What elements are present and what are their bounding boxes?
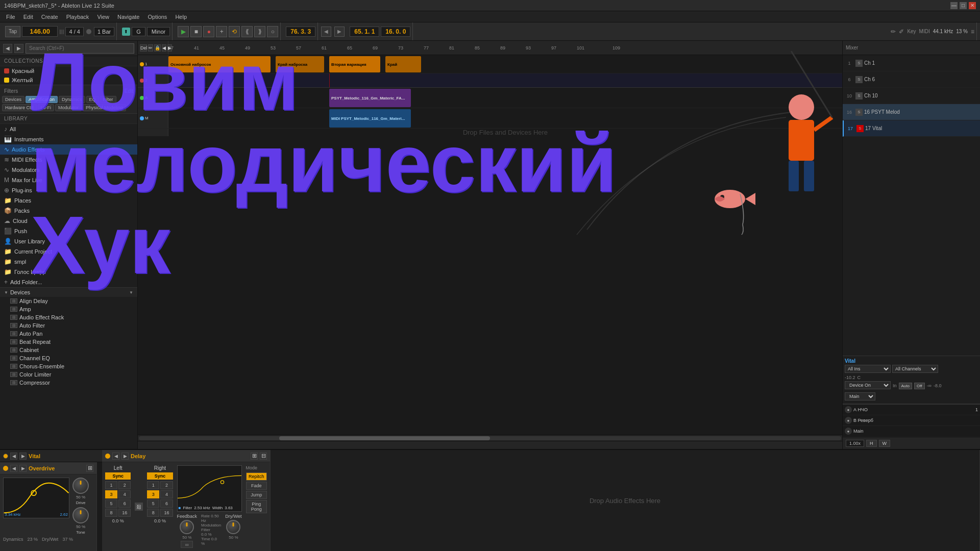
- filter-eq[interactable]: EQ: [86, 96, 99, 103]
- drive-knob[interactable]: [72, 478, 89, 494]
- left-beat-3[interactable]: 3: [105, 490, 117, 498]
- nav-left-icon[interactable]: ◀: [162, 44, 166, 52]
- right-beat-8[interactable]: 8: [147, 509, 159, 517]
- left-beat-2[interactable]: 2: [118, 481, 131, 489]
- play-button[interactable]: ▶: [178, 26, 189, 37]
- right-sync-btn[interactable]: Sync: [147, 472, 173, 480]
- add-button[interactable]: +: [216, 26, 227, 37]
- pencil-icon[interactable]: ✏: [891, 28, 896, 35]
- device-color-limiter[interactable]: ▤ Color Limiter: [0, 370, 137, 379]
- dry-wet-knob[interactable]: [226, 520, 240, 534]
- h-zoom-button[interactable]: H: [866, 440, 877, 447]
- loop-start-display[interactable]: 65. 1. 1: [350, 27, 379, 37]
- close-button[interactable]: ✕: [969, 2, 976, 9]
- delay-expand[interactable]: ▶: [121, 453, 129, 460]
- mode-jump[interactable]: Jump: [246, 491, 267, 499]
- scale-display[interactable]: Minor: [147, 27, 170, 36]
- tap-button[interactable]: Tap: [5, 26, 20, 37]
- delay-fold-btn[interactable]: ⊞: [251, 453, 258, 460]
- left-beat-1[interactable]: 1: [105, 481, 117, 489]
- clip-psyt[interactable]: PSYT_Melodic_116_Gm_Materic_FA...: [329, 89, 411, 107]
- vital-off-button[interactable]: Off: [914, 383, 925, 389]
- device-auto-pan[interactable]: ▤ Auto Pan: [0, 330, 137, 338]
- menu-file[interactable]: File: [2, 13, 19, 21]
- track-content-2[interactable]: [168, 73, 842, 87]
- left-sync-btn[interactable]: Sync: [105, 472, 131, 480]
- device-amp[interactable]: ▤ Amp: [0, 305, 137, 313]
- link-icon[interactable]: ⛓: [135, 503, 143, 511]
- track-content-audio[interactable]: PSYT_Melodic_116_Gm_Materic_FA...: [168, 88, 842, 108]
- del-button[interactable]: Del: [140, 44, 147, 52]
- lib-user-library[interactable]: 👤 User Library: [0, 236, 137, 246]
- lib-push[interactable]: ⬛ Push: [0, 226, 137, 236]
- ret-play-main[interactable]: ●: [845, 428, 852, 435]
- collapse-btn-vital[interactable]: ◀: [10, 453, 17, 460]
- tone-knob[interactable]: [72, 507, 89, 523]
- clip-edge[interactable]: Край наброска: [276, 56, 324, 72]
- right-beat-2[interactable]: 2: [160, 481, 173, 489]
- sidebar-forward-button[interactable]: ▶: [14, 44, 23, 53]
- time-signature[interactable]: 4 / 4: [65, 27, 83, 36]
- device-align-delay[interactable]: ▤ Align Delay: [0, 297, 137, 305]
- left-beat-4[interactable]: 4: [118, 490, 131, 498]
- power-btn-vital[interactable]: [3, 454, 8, 459]
- scroll-thumb[interactable]: [279, 436, 490, 440]
- filter-hardware[interactable]: Hardware Ctrl: [2, 104, 37, 111]
- mode-ping-pong[interactable]: Ping Pong: [246, 500, 267, 513]
- rt-s-17[interactable]: S: [856, 125, 864, 132]
- menu-help[interactable]: Help: [171, 13, 191, 21]
- loop-button[interactable]: ⟲: [229, 26, 240, 37]
- h-scrollbar[interactable]: [138, 435, 842, 441]
- right-beat-6[interactable]: 6: [160, 499, 173, 508]
- right-beat-3[interactable]: 3: [147, 490, 159, 498]
- rt-s-16[interactable]: S: [855, 109, 863, 116]
- metronome-button[interactable]: ○: [267, 26, 278, 37]
- drop-area[interactable]: Drop Audio Effects Here: [271, 450, 980, 551]
- track-content-midi[interactable]: MIDI PSYT_Melodic_116_Gm_Materi...: [168, 108, 842, 128]
- bpm-display[interactable]: 146.00: [22, 26, 58, 37]
- lib-all[interactable]: ♪ All: [0, 124, 137, 134]
- lib-instruments[interactable]: 🎹 Instruments: [0, 134, 137, 144]
- clip-basic[interactable]: Основной набросок: [168, 56, 271, 72]
- draw-icon[interactable]: ✐: [899, 28, 904, 35]
- vital-main-select[interactable]: Main: [845, 392, 875, 400]
- menu-icon[interactable]: ≡: [971, 28, 974, 35]
- clip-variation[interactable]: Вторая вариация: [329, 56, 380, 72]
- menu-create[interactable]: Create: [37, 13, 62, 21]
- left-beat-5[interactable]: 5: [105, 499, 117, 508]
- filter-amplification[interactable]: Amplification: [26, 96, 58, 103]
- left-beat-6[interactable]: 6: [118, 499, 131, 508]
- position-display[interactable]: 76. 3. 3: [286, 27, 315, 37]
- infinity-btn[interactable]: ∞: [181, 541, 193, 548]
- collection-red[interactable]: Красный: [0, 66, 137, 76]
- device-beat-repeat[interactable]: ▤ Beat Repeat: [0, 338, 137, 346]
- lib-audio-effects[interactable]: ∿ Audio Effects: [0, 144, 137, 155]
- vital-device-select[interactable]: Device On: [845, 381, 891, 389]
- key-display[interactable]: G: [132, 27, 145, 36]
- device-cabinet[interactable]: ▤ Cabinet: [0, 346, 137, 354]
- lib-add-folder[interactable]: + Add Folder...: [0, 277, 137, 287]
- punch-in-button[interactable]: ⟪: [241, 26, 253, 37]
- stop-button[interactable]: ■: [190, 26, 202, 37]
- left-beat-16[interactable]: 16: [118, 509, 131, 517]
- left-beat-8[interactable]: 8: [105, 509, 117, 517]
- filter-physical[interactable]: Physical Modeling: [83, 104, 126, 111]
- lib-modulators[interactable]: ∿ Modulators: [0, 165, 137, 175]
- filter-modulator[interactable]: Modulator: [55, 104, 82, 111]
- right-beat-5[interactable]: 5: [147, 499, 159, 508]
- clip-midi-psyt[interactable]: MIDI PSYT_Melodic_116_Gm_Materi...: [329, 109, 411, 128]
- timeline-ruler[interactable]: 37 41 45 49 53 57 61 65 69 73 77 81 85 8…: [168, 41, 842, 55]
- device-audio-effect-rack[interactable]: ▤ Audio Effect Rack: [0, 313, 137, 321]
- lib-golos[interactable]: 📁 Голос Цифр: [0, 267, 137, 277]
- rt-s-10[interactable]: S: [855, 92, 863, 99]
- filter-filter[interactable]: Filter: [100, 96, 116, 103]
- vital-channel-select[interactable]: All Channels: [892, 365, 938, 373]
- loop-end-display[interactable]: 16. 0. 0: [381, 27, 410, 37]
- feedback-knob[interactable]: [180, 520, 194, 534]
- lock-button[interactable]: 🔒: [154, 44, 161, 52]
- rt-s-1[interactable]: S: [855, 60, 863, 67]
- right-beat-16[interactable]: 16: [160, 509, 173, 517]
- menu-options[interactable]: Options: [143, 13, 171, 21]
- delay-resize-btn[interactable]: ⊟: [260, 453, 267, 460]
- delay-collapse[interactable]: ◀: [112, 453, 119, 460]
